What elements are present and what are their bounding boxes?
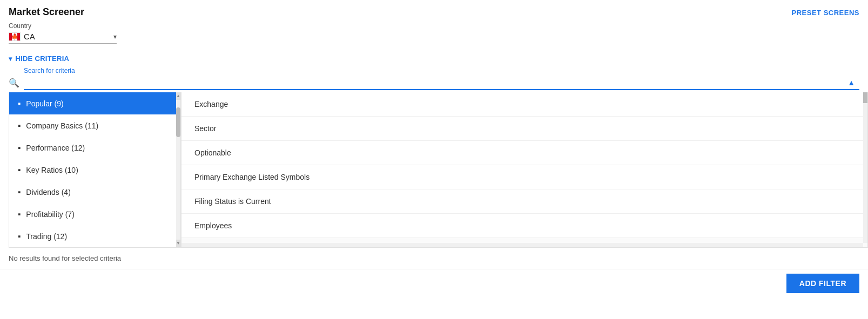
no-results-text: No results found for selected criteria <box>0 248 868 269</box>
folder-icon-3: ▪ <box>18 165 21 174</box>
criteria-left-panel: ▪Popular (9)▪Company Basics (11)▪Perform… <box>9 92 181 247</box>
criteria-right-panel: ExchangeSectorOptionablePrimary Exchange… <box>181 92 867 247</box>
criteria-item-2[interactable]: Optionable <box>181 141 867 165</box>
horiz-scrollbar-track <box>181 243 863 247</box>
sidebar-item-2[interactable]: ▪Performance (12) <box>9 137 180 159</box>
chevron-up-icon: ▾ <box>9 55 12 63</box>
sidebar-item-0[interactable]: ▪Popular (9) <box>9 92 180 114</box>
criteria-dropdown: ▪Popular (9)▪Company Basics (11)▪Perform… <box>9 92 868 248</box>
left-header: Market Screener Country 🍁 CA ▾ <box>9 6 117 44</box>
country-section: Country 🍁 CA ▾ <box>9 22 117 44</box>
scroll-up-arrow[interactable]: ▲ <box>176 92 180 100</box>
folder-label-6: Trading (12) <box>26 232 67 241</box>
page-wrapper: Market Screener Country 🍁 CA ▾ PRESET SC… <box>0 0 868 319</box>
hide-criteria-label: HIDE CRITERIA <box>15 55 69 63</box>
criteria-item-3[interactable]: Primary Exchange Listed Symbols <box>181 165 867 189</box>
page-title: Market Screener <box>9 6 117 18</box>
search-icon: 🔍 <box>9 78 19 88</box>
folder-label-4: Dividends (4) <box>26 188 70 196</box>
scrollbar-thumb[interactable] <box>176 107 180 137</box>
scroll-down-arrow[interactable]: ▼ <box>176 240 180 247</box>
search-label: Search for criteria <box>24 67 859 74</box>
header: Market Screener Country 🍁 CA ▾ PRESET SC… <box>0 0 868 48</box>
header-top: Market Screener Country 🍁 CA ▾ PRESET SC… <box>9 6 859 44</box>
search-section: Search for criteria 🔍 ▲ <box>0 67 868 90</box>
sidebar-item-1[interactable]: ▪Company Basics (11) <box>9 114 180 137</box>
criteria-item-0[interactable]: Exchange <box>181 92 867 117</box>
sidebar-item-4[interactable]: ▪Dividends (4) <box>9 181 180 203</box>
sidebar-item-6[interactable]: ▪Trading (12) <box>9 225 180 247</box>
search-input[interactable] <box>24 76 843 89</box>
folder-label-2: Performance (12) <box>26 144 85 152</box>
scrollbar-track: ▲ ▼ <box>176 92 180 247</box>
folder-icon-5: ▪ <box>18 209 21 219</box>
add-filter-bar: ADD FILTER <box>0 269 868 297</box>
maple-leaf: 🍁 <box>11 33 19 40</box>
folder-list: ▪Popular (9)▪Company Basics (11)▪Perform… <box>9 92 180 247</box>
folder-icon-0: ▪ <box>18 99 21 108</box>
folder-icon-1: ▪ <box>18 121 21 130</box>
country-value: CA <box>24 32 35 41</box>
right-scrollbar-thumb[interactable] <box>863 92 867 103</box>
criteria-item-4[interactable]: Filing Status is Current <box>181 189 867 214</box>
search-dropdown-arrow[interactable]: ▲ <box>843 76 859 89</box>
criteria-item-5[interactable]: Employees <box>181 214 867 238</box>
criteria-item-1[interactable]: Sector <box>181 117 867 141</box>
sidebar-item-5[interactable]: ▪Profitability (7) <box>9 203 180 225</box>
chevron-down-icon: ▾ <box>113 33 117 40</box>
folder-label-0: Popular (9) <box>26 99 63 108</box>
folder-icon-6: ▪ <box>18 232 21 241</box>
sidebar-item-3[interactable]: ▪Key Ratios (10) <box>9 159 180 181</box>
folder-label-3: Key Ratios (10) <box>26 166 78 174</box>
search-input-wrap: ▲ <box>24 76 859 90</box>
folder-icon-4: ▪ <box>18 187 21 196</box>
country-select[interactable]: 🍁 CA ▾ <box>9 32 117 44</box>
flag-icon: 🍁 <box>9 32 21 41</box>
folder-label-5: Profitability (7) <box>26 210 74 219</box>
right-scrollbar-track <box>863 92 867 243</box>
folder-icon-2: ▪ <box>18 143 21 152</box>
country-label: Country <box>9 22 117 30</box>
add-filter-button[interactable]: ADD FILTER <box>786 274 859 293</box>
preset-screens-button[interactable]: PRESET SCREENS <box>792 6 859 17</box>
hide-criteria-toggle[interactable]: ▾ HIDE CRITERIA <box>0 48 868 67</box>
search-row: 🔍 ▲ <box>9 76 859 90</box>
folder-label-1: Company Basics (11) <box>26 121 98 130</box>
